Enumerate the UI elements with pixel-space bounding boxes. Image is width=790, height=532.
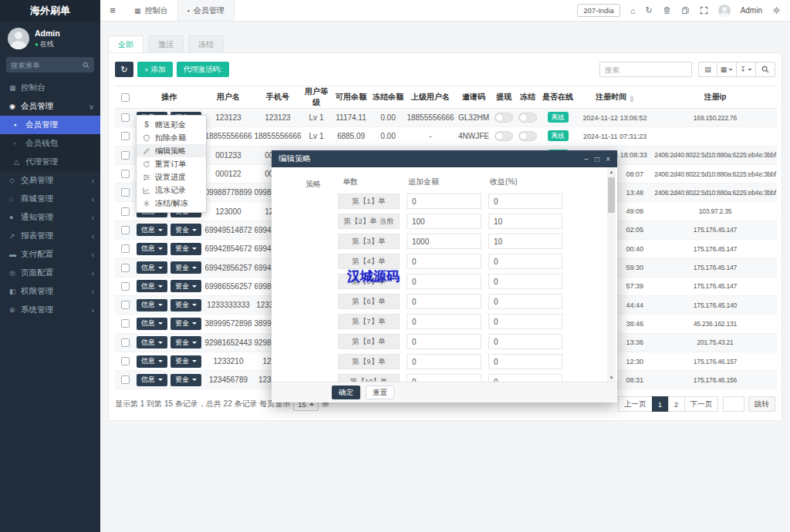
confirm-button[interactable]: 确定 (332, 386, 360, 399)
row-checkbox[interactable] (121, 244, 130, 253)
income-input[interactable] (488, 194, 562, 209)
row-checkbox[interactable] (121, 282, 130, 291)
funds-dropdown-button[interactable]: 资金 (170, 299, 201, 311)
income-input[interactable] (488, 374, 562, 382)
nav-tab-0[interactable]: ▦控制台 (125, 0, 177, 21)
row-checkbox[interactable] (121, 113, 130, 122)
funds-dropdown-button[interactable]: 资金 (170, 374, 201, 386)
extra-amount-input[interactable] (407, 354, 481, 369)
income-input[interactable] (488, 234, 562, 249)
hamburger-icon[interactable]: ≡ (100, 0, 125, 21)
fullscreen-icon[interactable] (700, 6, 708, 15)
reset-button[interactable]: 重置 (366, 386, 394, 399)
row-checkbox[interactable] (121, 264, 130, 272)
modal-titlebar[interactable]: 编辑策略 − □ × (272, 150, 617, 167)
row-menu-item-0[interactable]: $赠送彩金 (137, 118, 206, 131)
row-checkbox[interactable] (121, 319, 130, 328)
info-dropdown-button[interactable]: 信息 (137, 336, 167, 348)
sidebar-item-2[interactable]: ▪会员管理 (0, 116, 100, 134)
search-toggle-button[interactable] (756, 62, 775, 77)
agent-code-button[interactable]: 代理激活码: (177, 62, 229, 77)
funds-dropdown-button[interactable]: 资金 (170, 318, 201, 330)
minimize-icon[interactable]: − (584, 155, 589, 163)
row-menu-item-1[interactable]: 扣除余额 (137, 131, 206, 144)
gear-icon[interactable] (772, 6, 781, 15)
sidebar-item-11[interactable]: ◧权限管理‹ (0, 282, 100, 301)
extra-amount-input[interactable] (407, 214, 481, 229)
row-checkbox[interactable] (121, 207, 130, 216)
extra-amount-input[interactable] (407, 274, 481, 289)
freeze-toggle[interactable] (518, 131, 537, 141)
income-input[interactable] (488, 314, 562, 329)
select-all-checkbox[interactable] (115, 86, 135, 109)
extra-amount-input[interactable] (407, 334, 481, 349)
scroll-down-icon[interactable]: ▼ (607, 373, 616, 382)
funds-dropdown-button[interactable]: 资金 (170, 336, 201, 348)
row-menu-item-4[interactable]: 设置进度 (137, 170, 206, 184)
income-input[interactable] (488, 334, 562, 349)
sidebar-item-4[interactable]: △代理管理 (0, 153, 100, 171)
income-input[interactable] (488, 274, 562, 289)
row-checkbox[interactable] (121, 188, 130, 197)
sidebar-item-10[interactable]: ◎页面配置‹ (0, 264, 100, 282)
row-checkbox[interactable] (121, 375, 130, 384)
filter-tab-2[interactable]: 冻结 (188, 35, 224, 52)
row-checkbox[interactable] (121, 301, 130, 309)
table-search-input[interactable] (599, 62, 692, 77)
sidebar-search[interactable] (6, 57, 94, 72)
page-button-2[interactable]: 2 (668, 396, 685, 412)
extra-amount-input[interactable] (407, 254, 481, 269)
row-menu-item-2[interactable]: 编辑策略 (137, 144, 206, 157)
funds-dropdown-button[interactable]: 资金 (170, 355, 201, 368)
freeze-toggle[interactable] (518, 113, 537, 123)
row-checkbox[interactable] (121, 357, 130, 365)
sidebar-item-7[interactable]: ●通知管理‹ (0, 208, 100, 227)
income-input[interactable] (488, 214, 562, 229)
sidebar-item-6[interactable]: ⌂商城管理‹ (0, 190, 100, 208)
row-menu-item-5[interactable]: 流水记录 (137, 184, 206, 197)
row-checkbox[interactable] (121, 132, 130, 140)
row-checkbox[interactable] (121, 338, 130, 347)
export-button[interactable]: ↧ (737, 62, 756, 77)
list-view-button[interactable]: ▤ (698, 62, 717, 77)
info-dropdown-button[interactable]: 信息 (137, 355, 167, 368)
close-icon[interactable]: × (606, 155, 610, 163)
navbar-avatar[interactable] (718, 5, 731, 17)
row-checkbox[interactable] (121, 151, 130, 160)
sidebar-search-input[interactable] (11, 61, 83, 69)
jump-button[interactable]: 跳转 (748, 396, 775, 412)
files-icon[interactable] (681, 6, 690, 15)
scroll-up-icon[interactable]: ▲ (607, 167, 616, 176)
maximize-icon[interactable]: □ (595, 155, 599, 163)
add-button[interactable]: +添加 (137, 62, 173, 77)
income-input[interactable] (488, 354, 562, 369)
sidebar-item-5[interactable]: ◇交易管理‹ (0, 171, 100, 190)
withdraw-toggle[interactable] (495, 131, 513, 141)
page-button-1[interactable]: 1 (652, 396, 669, 412)
row-checkbox[interactable] (121, 170, 130, 178)
extra-amount-input[interactable] (407, 374, 481, 382)
sidebar-item-12[interactable]: ⊕系统管理‹ (0, 301, 100, 319)
sidebar-item-8[interactable]: ↗报表管理‹ (0, 227, 100, 245)
columns-button[interactable]: ▦ (717, 62, 737, 77)
refresh-table-button[interactable]: ↻ (115, 62, 133, 77)
filter-tab-0[interactable]: 全部 (108, 35, 143, 52)
col-header-11[interactable]: 注册时间 (576, 86, 653, 109)
extra-amount-input[interactable] (407, 194, 481, 209)
sidebar-item-1[interactable]: ◉会员管理∨ (0, 97, 100, 116)
funds-dropdown-button[interactable]: 资金 (170, 224, 201, 236)
region-selector[interactable]: 207-India (577, 4, 620, 17)
row-menu-item-6[interactable]: 冻结/解冻 (137, 197, 206, 210)
info-dropdown-button[interactable]: 信息 (137, 224, 167, 236)
funds-dropdown-button[interactable]: 资金 (170, 261, 201, 274)
income-input[interactable] (488, 254, 562, 269)
jump-page-input[interactable] (723, 396, 744, 412)
extra-amount-input[interactable] (407, 314, 481, 329)
prev-page-button[interactable]: 上一页 (618, 396, 653, 412)
nav-tab-1[interactable]: ▪会员管理 (177, 0, 235, 21)
sidebar-item-9[interactable]: ▬支付配置‹ (0, 245, 100, 264)
next-page-button[interactable]: 下一页 (684, 396, 719, 412)
navbar-username[interactable]: Admin (741, 6, 762, 15)
income-input[interactable] (488, 294, 562, 309)
scrollbar-thumb[interactable] (608, 177, 615, 213)
